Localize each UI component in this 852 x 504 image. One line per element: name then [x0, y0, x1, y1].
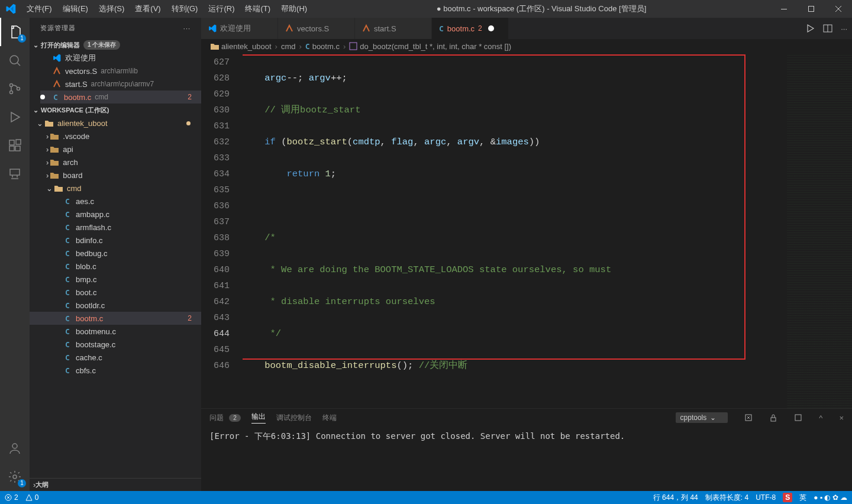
maximize-button[interactable]	[798, 0, 825, 18]
modified-dot-icon	[40, 95, 45, 99]
tab-start[interactable]: start.S	[355, 18, 432, 39]
more-icon[interactable]: ···	[841, 24, 847, 33]
side-bar: 资源管理器 ··· ⌄ 打开的编辑器 1 个未保存 欢迎使用 vectors.S…	[30, 18, 201, 491]
menu-run[interactable]: 运行(R)	[203, 0, 240, 18]
vscode-icon	[208, 24, 217, 33]
file-item[interactable]: Cblob.c	[30, 260, 201, 273]
folder[interactable]: › board	[30, 169, 201, 182]
close-panel-icon[interactable]: ×	[839, 413, 844, 422]
file-item[interactable]: Caes.c	[30, 195, 201, 208]
clear-output-icon[interactable]	[744, 413, 753, 422]
status-errors[interactable]: 2	[5, 493, 18, 502]
status-tab-size[interactable]: 制表符长度: 4	[705, 493, 748, 503]
folder-icon	[50, 172, 59, 179]
file-item[interactable]: Cbootmenu.c	[30, 325, 201, 338]
run-debug-icon[interactable]	[0, 103, 30, 131]
c-file-icon: C	[63, 288, 72, 297]
explorer-icon[interactable]: 1	[0, 18, 30, 46]
settings-gear-icon[interactable]: 1	[0, 463, 30, 491]
open-log-icon[interactable]	[794, 413, 802, 422]
explorer-header: 资源管理器 ···	[30, 18, 201, 38]
chevron-down-icon: ⌄	[710, 413, 716, 422]
title-bar: 文件(F) 编辑(E) 选择(S) 查看(V) 转到(G) 运行(R) 终端(T…	[0, 0, 852, 18]
window-title: ● bootm.c - workspace (工作区) - Visual Stu…	[312, 4, 770, 14]
workspace-header[interactable]: ⌄ WORKSPACE (工作区)	[30, 104, 201, 117]
file-item[interactable]: Ccache.c	[30, 351, 201, 364]
tab-vectors[interactable]: vectors.S	[278, 18, 355, 39]
c-file-icon: C	[63, 262, 72, 271]
file-item[interactable]: Cbootm.c2	[30, 312, 201, 325]
tab-welcome[interactable]: 欢迎使用	[201, 18, 278, 39]
svg-rect-7	[9, 146, 14, 151]
menu-terminal[interactable]: 终端(T)	[240, 0, 276, 18]
chevron-down-icon: ⌄	[37, 119, 43, 128]
output-channel-select[interactable]: cpptools ⌄	[676, 412, 728, 423]
panel-tab-debug-console[interactable]: 调试控制台	[276, 413, 312, 423]
file-item[interactable]: Cbootldr.c	[30, 299, 201, 312]
c-file-icon: C	[63, 275, 72, 284]
open-editors-header[interactable]: ⌄ 打开的编辑器 1 个未保存	[30, 38, 201, 51]
open-editor-item[interactable]: 欢迎使用	[40, 51, 201, 64]
run-icon[interactable]	[805, 24, 815, 33]
minimap[interactable]	[787, 53, 852, 408]
menu-edit[interactable]: 编辑(E)	[57, 0, 93, 18]
panel-tab-output[interactable]: 输出	[251, 412, 266, 424]
menu-file[interactable]: 文件(F)	[21, 0, 57, 18]
svg-rect-1	[809, 7, 814, 12]
more-icon[interactable]: ···	[183, 25, 191, 32]
extensions-icon[interactable]	[0, 131, 30, 160]
modified-dot-icon	[186, 121, 191, 125]
folder-cmd[interactable]: ⌄ cmd	[30, 182, 201, 195]
folder-root[interactable]: ⌄ alientek_uboot	[30, 117, 201, 130]
menu-go[interactable]: 转到(G)	[166, 0, 204, 18]
tab-bootm[interactable]: C bootm.c 2	[432, 18, 509, 39]
error-count: 2	[188, 93, 196, 101]
c-file-icon: C	[63, 210, 72, 219]
split-editor-icon[interactable]	[823, 24, 832, 33]
close-button[interactable]	[825, 0, 852, 18]
menu-view[interactable]: 查看(V)	[130, 0, 166, 18]
ime-indicator[interactable]: S	[783, 493, 792, 502]
file-item[interactable]: Cambapp.c	[30, 208, 201, 221]
breadcrumb[interactable]: alientek_uboot › cmd › C bootm.c › do_bo…	[201, 39, 852, 53]
menu-help[interactable]: 帮助(H)	[276, 0, 312, 18]
menu-bar: 文件(F) 编辑(E) 选择(S) 查看(V) 转到(G) 运行(R) 终端(T…	[21, 0, 312, 18]
file-item[interactable]: Cbedbug.c	[30, 247, 201, 260]
code-editor[interactable]: argc--; argv++; // 调用bootz_start if (boo…	[243, 53, 787, 408]
lock-scroll-icon[interactable]	[769, 413, 777, 422]
folder[interactable]: › api	[30, 143, 201, 156]
svg-point-4	[10, 91, 13, 94]
status-cursor-position[interactable]: 行 644，列 44	[653, 493, 698, 503]
maximize-panel-icon[interactable]: ^	[819, 413, 822, 422]
panel-tab-problems[interactable]: 问题 2	[209, 413, 241, 423]
accounts-icon[interactable]	[0, 434, 30, 463]
source-control-icon[interactable]	[0, 75, 30, 103]
ime-lang[interactable]: 英	[799, 493, 806, 503]
search-icon[interactable]	[0, 46, 30, 75]
open-editor-item[interactable]: C bootm.c cmd 2	[40, 91, 201, 104]
folder-icon	[50, 159, 59, 166]
folder-icon	[44, 119, 54, 127]
file-item[interactable]: Cbootstage.c	[30, 338, 201, 351]
open-editor-item[interactable]: start.S arch\arm\cpu\armv7	[40, 77, 201, 91]
output-body[interactable]: [Error - 下午6:03:13] Connection to server…	[201, 427, 852, 491]
file-item[interactable]: Cboot.c	[30, 286, 201, 299]
open-editor-item[interactable]: vectors.S arch\arm\lib	[40, 64, 201, 77]
error-count: 2	[188, 314, 196, 322]
svg-rect-6	[9, 140, 14, 145]
outline-header[interactable]: › 大纲	[30, 478, 201, 491]
status-encoding[interactable]: UTF-8	[756, 493, 776, 502]
folder[interactable]: › .vscode	[30, 130, 201, 143]
remote-icon[interactable]	[0, 160, 30, 188]
status-warnings[interactable]: 0	[25, 493, 39, 502]
file-item[interactable]: Carmflash.c	[30, 221, 201, 234]
file-item[interactable]: Cbdinfo.c	[30, 234, 201, 247]
file-item[interactable]: Ccbfs.c	[30, 364, 201, 377]
panel-tab-terminal[interactable]: 终端	[322, 413, 337, 423]
menu-selection[interactable]: 选择(S)	[93, 0, 130, 18]
minimize-button[interactable]	[770, 0, 798, 18]
file-item[interactable]: Cbmp.c	[30, 273, 201, 286]
vscode-icon	[52, 54, 62, 62]
chevron-down-icon: ⌄	[46, 184, 53, 193]
folder[interactable]: › arch	[30, 156, 201, 169]
